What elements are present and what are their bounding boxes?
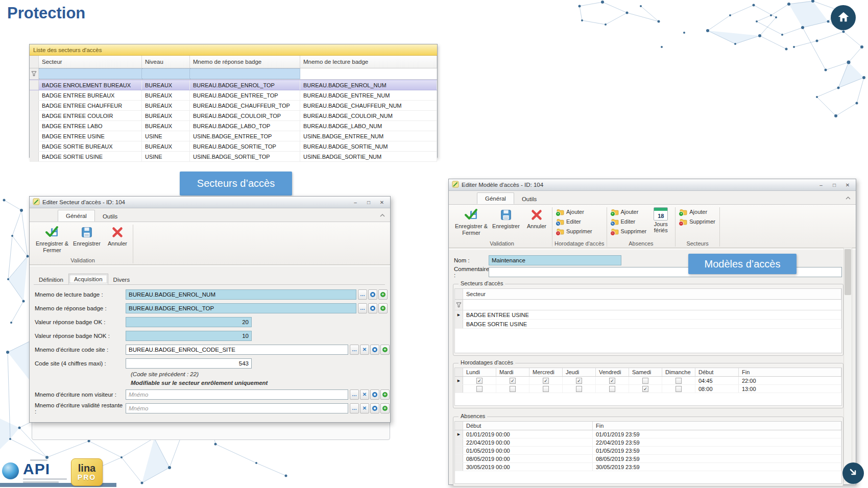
subtab-acquisition[interactable]: Acquisition	[68, 274, 108, 284]
checkbox-vendredi[interactable]	[609, 386, 615, 392]
browse-mnemo-button[interactable]: …	[350, 389, 359, 400]
code-site-input[interactable]: 543	[126, 358, 252, 369]
ribbon-small-button[interactable]: Ajouter	[609, 207, 649, 216]
goto-mnemo-button[interactable]	[370, 345, 379, 355]
clear-mnemo-button[interactable]: ✕	[360, 389, 369, 400]
tab-general[interactable]: Général	[58, 210, 95, 222]
checkbox-mercredi[interactable]	[543, 386, 549, 392]
save-close-button[interactable]: Enregistrer & Fermer	[454, 206, 489, 236]
ribbon-small-button[interactable]: Supprimer	[678, 217, 717, 226]
tab-outils[interactable]: Outils	[514, 193, 544, 204]
browse-mnemo-button[interactable]: …	[350, 345, 359, 355]
maximize-button[interactable]: □	[364, 199, 374, 206]
column-header-reponse[interactable]: Mnemo de réponse badge	[190, 56, 300, 68]
absence-row[interactable]: 01/01/2019 00:00 01/01/2019 23:59	[455, 430, 841, 438]
browse-mnemo-button[interactable]: …	[350, 403, 359, 413]
sector-table-row[interactable]: BADGE ENROLEMENT BUREAUX BUREAUX BUREAU.…	[30, 80, 437, 90]
goto-mnemo-button[interactable]	[370, 389, 379, 400]
vertical-scrollbar[interactable]	[843, 248, 852, 481]
checkbox-mardi[interactable]	[510, 378, 516, 384]
browse-mnemo-button[interactable]: …	[358, 289, 367, 300]
subtab-divers[interactable]: Divers	[108, 275, 135, 284]
sector-table-row[interactable]: BADGE ENTREE LABO BUREAUX BUREAU.BADGE_L…	[30, 121, 437, 131]
checkbox-jeudi[interactable]	[576, 378, 582, 384]
checkbox-dimanche[interactable]	[676, 378, 682, 384]
ribbon-small-button[interactable]: Ajouter	[554, 207, 594, 216]
checkbox-lundi[interactable]	[476, 378, 483, 384]
sector-table-row[interactable]: BADGE ENTREE CHAUFFEUR BUREAUX BUREAU.BA…	[30, 101, 437, 111]
column-header-secteur[interactable]: Secteur	[463, 289, 841, 299]
mnemo-validite-input[interactable]: Mnémo	[126, 403, 348, 413]
filter-cell[interactable]	[463, 300, 841, 310]
close-button[interactable]: ✕	[842, 181, 853, 189]
sector-table-row[interactable]: BADGE ENTREE BUREAUX BUREAUX BUREAU.BADG…	[30, 90, 437, 101]
absence-row[interactable]: 22/04/2019 00:00 22/04/2019 23:59	[455, 438, 841, 447]
horodatage-row[interactable]: 08:00 13:00	[455, 385, 841, 393]
secteur-row[interactable]: BADGE SORTIE USINE	[455, 320, 841, 329]
valeur-ok-input[interactable]: 20	[126, 317, 252, 327]
filter-cell-secteur[interactable]	[39, 68, 142, 79]
column-header-fin[interactable]: Fin	[739, 368, 841, 376]
mnemo-lecture-input[interactable]: BUREAU.BADGE_ENROL_NUM	[126, 289, 356, 300]
clear-mnemo-button[interactable]: ✕	[360, 403, 369, 413]
tab-outils[interactable]: Outils	[95, 211, 125, 222]
close-button[interactable]: ✕	[377, 199, 387, 206]
column-header-dimanche[interactable]: Dimanche	[662, 368, 695, 376]
filter-cell-lecture[interactable]	[300, 68, 437, 79]
checkbox-jeudi[interactable]	[576, 386, 582, 392]
column-header-mercredi[interactable]: Mercredi	[529, 368, 563, 376]
save-button[interactable]: Enregistrer	[69, 224, 104, 247]
minimize-button[interactable]: –	[816, 181, 826, 189]
valeur-nok-input[interactable]: 10	[126, 331, 252, 341]
minimize-button[interactable]: –	[350, 199, 360, 206]
secteur-row[interactable]: BADGE ENTREE USINE	[455, 310, 841, 320]
column-header-lecture[interactable]: Mnemo de lecture badge	[300, 56, 437, 68]
model-dialog-titlebar[interactable]: Editer Modèle d'accès - ID: 104 – □ ✕	[449, 179, 856, 191]
checkbox-vendredi[interactable]	[609, 378, 615, 384]
column-header-niveau[interactable]: Niveau	[142, 56, 190, 68]
column-header-lundi[interactable]: Lundi	[463, 368, 496, 376]
checkbox-mardi[interactable]	[510, 386, 516, 392]
next-slide-button[interactable]	[842, 462, 864, 484]
ribbon-small-button[interactable]: Supprimer	[609, 227, 649, 236]
maximize-button[interactable]: □	[829, 181, 839, 189]
column-header-debut[interactable]: Début	[695, 368, 739, 376]
column-header-vendredi[interactable]: Vendredi	[596, 368, 629, 376]
column-header-secteur[interactable]: Secteur	[39, 56, 142, 68]
add-mnemo-button[interactable]: +	[380, 403, 390, 413]
goto-mnemo-button[interactable]	[368, 303, 377, 313]
checkbox-samedi[interactable]	[642, 378, 648, 384]
mnemo-reponse-input[interactable]: BUREAU.BADGE_ENROL_TOP	[126, 303, 356, 313]
checkbox-lundi[interactable]	[476, 386, 483, 392]
sector-table-row[interactable]: BADGE ENTREE COULOIR BUREAUX BUREAU.BADG…	[30, 111, 437, 121]
nom-input[interactable]: Maintenance	[489, 255, 621, 265]
ribbon-collapse-icon[interactable]	[846, 192, 851, 202]
save-button[interactable]: Enregistrer	[489, 206, 523, 230]
filter-cell-niveau[interactable]	[142, 68, 190, 79]
ribbon-small-button[interactable]: Ajouter	[678, 207, 717, 216]
save-close-button[interactable]: Enregistrer & Fermer	[35, 224, 69, 253]
tab-general[interactable]: Général	[477, 192, 514, 204]
jours-feries-button[interactable]: 18 Jours fériés	[648, 206, 673, 233]
horodatage-row[interactable]: 04:45 22:00	[455, 377, 841, 385]
ribbon-small-button[interactable]: Editer	[609, 217, 649, 226]
goto-mnemo-button[interactable]	[368, 289, 377, 300]
ribbon-small-button[interactable]: Editer	[554, 217, 594, 226]
sector-dialog-titlebar[interactable]: Editer Secteur d'accès - ID: 104 – □ ✕	[30, 197, 390, 208]
goto-mnemo-button[interactable]	[370, 403, 379, 413]
subtab-definition[interactable]: Définition	[34, 275, 68, 284]
add-mnemo-button[interactable]: +	[378, 303, 388, 313]
cancel-button[interactable]: Annuler	[523, 206, 550, 230]
checkbox-mercredi[interactable]	[543, 378, 549, 384]
filter-cell-reponse[interactable]	[190, 68, 300, 79]
column-header-debut[interactable]: Début	[463, 422, 593, 430]
add-mnemo-button[interactable]: +	[378, 289, 388, 300]
column-header-fin[interactable]: Fin	[593, 422, 841, 430]
clear-mnemo-button[interactable]: ✕	[360, 345, 369, 355]
scrollbar-thumb[interactable]	[845, 249, 851, 295]
mnemo-nom-visiteur-input[interactable]: Mnémo	[126, 389, 348, 400]
ribbon-small-button[interactable]: Supprimer	[554, 227, 594, 236]
checkbox-dimanche[interactable]	[676, 386, 682, 392]
sector-table-row[interactable]: BADGE SORTIE BUREAUX BUREAUX BUREAU.BADG…	[30, 141, 437, 152]
ribbon-collapse-icon[interactable]	[380, 210, 385, 219]
